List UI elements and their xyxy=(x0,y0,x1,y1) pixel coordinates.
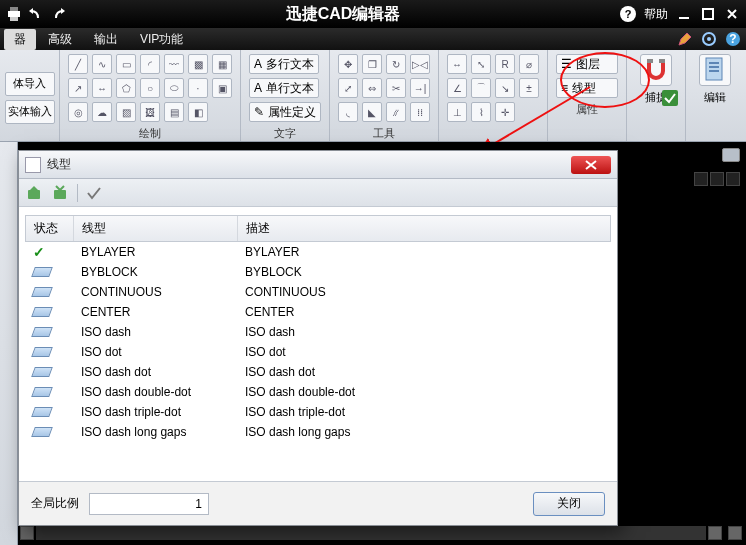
entity-input-button[interactable]: 实体输入 xyxy=(5,100,55,124)
scroll-track[interactable] xyxy=(36,526,706,540)
point-icon[interactable]: · xyxy=(188,78,208,98)
spline-icon[interactable]: 〰 xyxy=(164,54,184,74)
menu-item-1[interactable]: 高级 xyxy=(38,29,82,50)
dialog-titlebar[interactable]: 线型 xyxy=(19,151,617,179)
mtext-button[interactable]: A多行文本 xyxy=(249,54,319,74)
polygon-icon[interactable]: ⬠ xyxy=(116,78,136,98)
row-desc: ISO dash triple-dot xyxy=(245,405,603,419)
col-desc[interactable]: 描述 xyxy=(238,216,610,241)
table-row[interactable]: ISO dash triple-dotISO dash triple-dot xyxy=(25,402,611,422)
table-row[interactable]: ISO dotISO dot xyxy=(25,342,611,362)
table-row[interactable]: BYBLOCKBYBLOCK xyxy=(25,262,611,282)
arc-icon[interactable]: ◜ xyxy=(140,54,160,74)
scale-icon[interactable]: ⤢ xyxy=(338,78,358,98)
table-row[interactable]: ✓BYLAYERBYLAYER xyxy=(25,242,611,262)
menu-item-2[interactable]: 输出 xyxy=(84,29,128,50)
load-linetype-icon[interactable] xyxy=(25,183,45,203)
donut-icon[interactable]: ◎ xyxy=(68,102,88,122)
delete-linetype-icon[interactable] xyxy=(51,183,71,203)
dim-radius-icon[interactable]: R xyxy=(495,54,515,74)
tolerance-icon[interactable]: ± xyxy=(519,78,539,98)
bottom-scrollbar[interactable] xyxy=(20,525,742,541)
info-icon[interactable]: ? xyxy=(724,30,742,48)
xline-icon[interactable]: ↔ xyxy=(92,78,112,98)
extend-icon[interactable]: →| xyxy=(410,78,430,98)
center-mark-icon[interactable]: ✛ xyxy=(495,102,515,122)
viewport-min-icon[interactable] xyxy=(694,172,708,186)
scroll-split-icon[interactable] xyxy=(728,526,742,540)
rotate-icon[interactable]: ↻ xyxy=(386,54,406,74)
dim-ord-icon[interactable]: ⊥ xyxy=(447,102,467,122)
region-icon[interactable]: ▦ xyxy=(212,54,232,74)
close-button[interactable]: 关闭 xyxy=(533,492,605,516)
dim-angular-icon[interactable]: ∠ xyxy=(447,78,467,98)
hatch-icon[interactable]: ▩ xyxy=(188,54,208,74)
layer-button[interactable]: ☰图层 xyxy=(556,54,618,74)
ray-icon[interactable]: ↗ xyxy=(68,78,88,98)
move-icon[interactable]: ✥ xyxy=(338,54,358,74)
table-row[interactable]: ISO dash dotISO dash dot xyxy=(25,362,611,382)
table-icon[interactable]: ▤ xyxy=(164,102,184,122)
settings-icon[interactable] xyxy=(700,30,718,48)
redo-icon[interactable] xyxy=(50,6,66,22)
viewport-max-icon[interactable] xyxy=(710,172,724,186)
fillet-icon[interactable]: ◟ xyxy=(338,102,358,122)
menu-item-3[interactable]: VIP功能 xyxy=(130,29,193,50)
help-icon[interactable]: ? xyxy=(620,6,636,22)
dim-jog-icon[interactable]: ⌇ xyxy=(471,102,491,122)
array-icon[interactable]: ⁞⁞ xyxy=(410,102,430,122)
offset-icon[interactable]: ⫽ xyxy=(386,102,406,122)
pencil-icon[interactable] xyxy=(676,30,694,48)
table-row[interactable]: ISO dashISO dash xyxy=(25,322,611,342)
help-label[interactable]: 帮助 xyxy=(644,6,668,23)
dtext-button[interactable]: A单行文本 xyxy=(249,78,319,98)
undo-icon[interactable] xyxy=(28,6,44,22)
dim-aligned-icon[interactable]: ⤡ xyxy=(471,54,491,74)
dim-diameter-icon[interactable]: ⌀ xyxy=(519,54,539,74)
scroll-right-icon[interactable] xyxy=(708,526,722,540)
col-name[interactable]: 线型 xyxy=(74,216,238,241)
table-row[interactable]: ISO dash long gapsISO dash long gaps xyxy=(25,422,611,442)
circle-icon[interactable]: ○ xyxy=(140,78,160,98)
table-headers: 状态 线型 描述 xyxy=(25,215,611,242)
edit-button[interactable]: 编辑 xyxy=(694,54,736,105)
dim-linear-icon[interactable]: ↔ xyxy=(447,54,467,74)
image-icon[interactable]: 🖼 xyxy=(140,102,160,122)
leader-icon[interactable]: ↘ xyxy=(495,78,515,98)
dialog-close-button[interactable] xyxy=(571,156,611,174)
block-icon[interactable]: ◧ xyxy=(188,102,208,122)
table-row[interactable]: CENTERCENTER xyxy=(25,302,611,322)
table-row[interactable]: CONTINUOUSCONTINUOUS xyxy=(25,282,611,302)
viewport-close-icon[interactable] xyxy=(726,172,740,186)
table-row[interactable]: ISO dash double-dotISO dash double-dot xyxy=(25,382,611,402)
mirror-icon[interactable]: ▷◁ xyxy=(410,54,430,74)
group-label-text: 文字 xyxy=(274,122,296,141)
import-button[interactable]: 体导入 xyxy=(5,72,55,96)
dim-arc-icon[interactable]: ⌒ xyxy=(471,78,491,98)
chamfer-icon[interactable]: ◣ xyxy=(362,102,382,122)
wipeout-icon[interactable]: ▨ xyxy=(116,102,136,122)
copy-icon[interactable]: ❐ xyxy=(362,54,382,74)
polyline-icon[interactable]: ∿ xyxy=(92,54,112,74)
attdef-button[interactable]: ✎属性定义 xyxy=(249,102,321,122)
global-scale-input[interactable] xyxy=(89,493,209,515)
line-icon[interactable]: ╱ xyxy=(68,54,88,74)
left-panel-strip[interactable] xyxy=(0,142,18,545)
trim-icon[interactable]: ✂ xyxy=(386,78,406,98)
rectangle-icon[interactable]: ▭ xyxy=(116,54,136,74)
panel-dropdown-icon[interactable] xyxy=(722,148,740,162)
revcloud-icon[interactable]: ☁ xyxy=(92,102,112,122)
minimize-icon[interactable] xyxy=(676,6,692,22)
maximize-icon[interactable] xyxy=(700,6,716,22)
close-icon[interactable] xyxy=(724,6,740,22)
boundary-icon[interactable]: ▣ xyxy=(212,78,232,98)
stretch-icon[interactable]: ⇔ xyxy=(362,78,382,98)
col-status[interactable]: 状态 xyxy=(26,216,74,241)
linetype-button[interactable]: ≡线型 xyxy=(556,78,618,98)
scroll-left-icon[interactable] xyxy=(20,526,34,540)
set-current-icon[interactable] xyxy=(84,183,104,203)
app-title: 迅捷CAD编辑器 xyxy=(66,4,620,25)
menu-item-0[interactable]: 器 xyxy=(4,29,36,50)
ellipse-icon[interactable]: ⬭ xyxy=(164,78,184,98)
print-icon[interactable] xyxy=(6,6,22,22)
